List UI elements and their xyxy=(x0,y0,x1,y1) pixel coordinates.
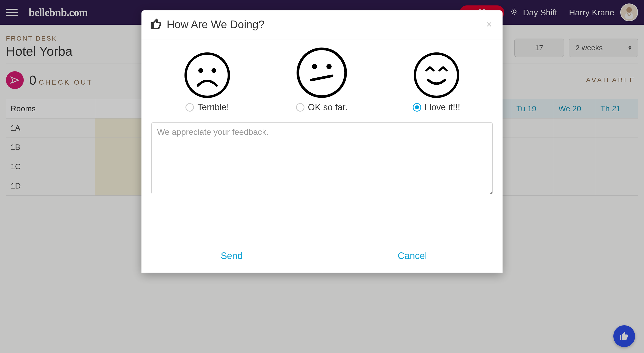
radio-love[interactable] xyxy=(413,103,421,112)
modal-title: How Are We Doing? xyxy=(167,18,264,31)
rating-label: Terrible! xyxy=(197,102,229,112)
happy-face-icon xyxy=(413,52,460,99)
svg-point-5 xyxy=(198,68,203,73)
rating-option-love[interactable]: I love it!!! xyxy=(413,52,460,112)
svg-point-9 xyxy=(326,64,332,69)
radio-terrible[interactable] xyxy=(186,103,194,112)
thumbs-up-icon xyxy=(150,18,162,31)
neutral-face-icon xyxy=(296,47,348,99)
sad-face-icon xyxy=(184,52,231,99)
rating-label: I love it!!! xyxy=(425,102,460,112)
rating-option-terrible[interactable]: Terrible! xyxy=(184,52,231,112)
feedback-modal: How Are We Doing? × Terrible! xyxy=(142,10,502,272)
svg-point-10 xyxy=(415,54,458,97)
rating-option-ok[interactable]: OK so far. xyxy=(296,47,348,112)
svg-point-4 xyxy=(186,54,229,97)
rating-label: OK so far. xyxy=(308,102,348,112)
feedback-textarea[interactable] xyxy=(151,122,493,194)
close-icon[interactable]: × xyxy=(484,18,494,31)
cancel-button[interactable]: Cancel xyxy=(322,239,503,272)
radio-ok[interactable] xyxy=(296,103,304,112)
svg-point-8 xyxy=(312,64,317,69)
svg-point-7 xyxy=(298,49,346,96)
send-button[interactable]: Send xyxy=(142,239,322,272)
svg-point-6 xyxy=(212,68,216,73)
modal-overlay[interactable]: How Are We Doing? × Terrible! xyxy=(0,0,644,353)
